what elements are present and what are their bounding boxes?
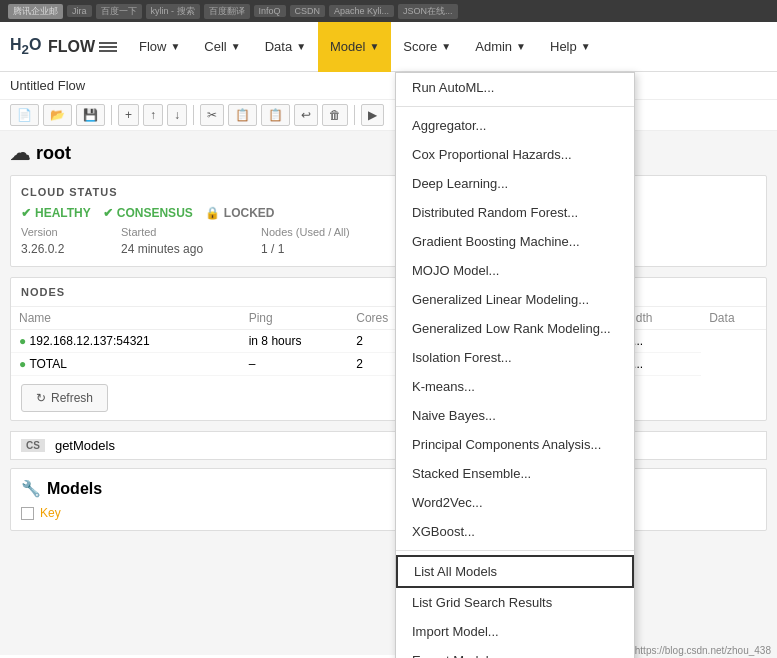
tab-csdn[interactable]: CSDN [290,5,326,17]
nodes-title: NODES [11,278,766,307]
dropdown-drf[interactable]: Distributed Random Forest... [396,198,634,227]
dropdown-kmeans[interactable]: K-means... [396,372,634,401]
dropdown-gbm[interactable]: Gradient Boosting Machine... [396,227,634,256]
toolbar-add-btn[interactable]: + [118,104,139,126]
cloud-status-section: CLOUD STATUS ✔ HEALTHY ✔ CONSENSUS 🔒 LOC… [10,175,767,267]
getmodels-row: CS getModels [10,431,767,460]
dropdown-aggregator[interactable]: Aggregator... [396,111,634,140]
dropdown-import-model[interactable]: Import Model... [396,617,634,646]
nav-score[interactable]: Score ▼ [391,22,463,72]
col-name: Name [11,307,241,330]
breadcrumb: Untitled Flow [0,72,777,100]
toolbar-delete-btn[interactable]: 🗑 [322,104,348,126]
lock-icon: 🔒 [205,206,220,220]
toolbar-save-btn[interactable]: 💾 [76,104,105,126]
nav-model[interactable]: Model ▼ [318,22,391,72]
toolbar-cut-btn[interactable]: ✂ [200,104,224,126]
toolbar-sep3 [354,105,355,125]
consensus-badge: ✔ CONSENSUS [103,206,193,220]
dropdown-glrm[interactable]: Generalized Low Rank Modeling... [396,314,634,343]
dropdown-list-grid[interactable]: List Grid Search Results [396,588,634,617]
nav-admin[interactable]: Admin ▼ [463,22,538,72]
nav-cell-caret: ▼ [231,41,241,52]
toolbar: 📄 📂 💾 + ↑ ↓ ✂ 📋 📋 ↩ 🗑 ▶ [0,100,777,131]
dropdown-deep-learning[interactable]: Deep Learning... [396,169,634,198]
nodes-table-header-row: Name Ping Cores Load ry Bandwidth Data [11,307,766,330]
toolbar-down-btn[interactable]: ↓ [167,104,187,126]
brand-logo: H2O FLOW [10,36,117,57]
col-data: Data [701,307,766,330]
models-icon: 🔧 [21,479,41,498]
nav-flow[interactable]: Flow ▼ [127,22,192,72]
toolbar-up-btn[interactable]: ↑ [143,104,163,126]
nav-flow-caret: ▼ [170,41,180,52]
tab-tencent[interactable]: 腾讯企业邮 [8,4,63,19]
toolbar-run-btn[interactable]: ▶ [361,104,384,126]
brand-lines-icon [99,42,117,52]
toolbar-new-btn[interactable]: 📄 [10,104,39,126]
dropdown-export-model[interactable]: Export Model... [396,646,634,658]
healthy-badge: ✔ HEALTHY [21,206,91,220]
dropdown-naive-bayes[interactable]: Naive Bayes... [396,401,634,430]
cloud-info-headers: Version Started Nodes (Used / All) [21,226,756,238]
status-bar: https://blog.csdn.net/zhou_438 [629,643,777,658]
dropdown-divider-2 [396,550,634,551]
app-container: H2O FLOW Flow ▼ Cell ▼ Data ▼ Model [0,22,777,658]
cloud-status-title: CLOUD STATUS [21,186,756,198]
models-section: 🔧 Models Key [10,468,767,531]
tab-json[interactable]: JSON在线... [398,4,458,19]
node1-name: ● 192.168.12.137:54321 [11,330,241,353]
model-dropdown: Run AutoML... Aggregator... Cox Proporti… [395,72,635,658]
nav-menu: Flow ▼ Cell ▼ Data ▼ Model ▼ Score ▼ Adm… [127,22,603,72]
col-ping: Ping [241,307,349,330]
tab-apache[interactable]: Apache Kyli... [329,5,394,17]
nodes-table: Name Ping Cores Load ry Bandwidth Data ●… [11,307,766,376]
dropdown-stacked-ensemble[interactable]: Stacked Ensemble... [396,459,634,488]
dropdown-list-all-models[interactable]: List All Models [396,555,634,588]
cloud-icon: ☁ [10,141,30,165]
nav-cell[interactable]: Cell ▼ [192,22,252,72]
refresh-button[interactable]: ↻ Refresh [21,384,108,412]
brand-h2o: H2O [10,36,41,57]
node1-ping: in 8 hours [241,330,349,353]
toolbar-sep2 [193,105,194,125]
key-checkbox[interactable] [21,507,34,520]
tab-infoq[interactable]: InfoQ [254,5,286,17]
tab-fanyi[interactable]: 百度翻译 [204,4,250,19]
dropdown-isolation-forest[interactable]: Isolation Forest... [396,343,634,372]
nav-admin-caret: ▼ [516,41,526,52]
models-header: 🔧 Models [21,479,756,498]
toolbar-paste-btn[interactable]: 📋 [261,104,290,126]
cs-label: CS [21,439,45,452]
dropdown-run-automl[interactable]: Run AutoML... [396,73,634,102]
toolbar-undo-btn[interactable]: ↩ [294,104,318,126]
tab-jira[interactable]: Jira [67,5,92,17]
total-ping: – [241,353,349,376]
tab-kylin[interactable]: kylin - 搜索 [146,4,200,19]
toolbar-open-btn[interactable]: 📂 [43,104,72,126]
key-row: Key [21,506,756,520]
node1-check-icon: ● [19,334,26,348]
total-check-icon: ● [19,357,26,371]
nav-model-caret: ▼ [369,41,379,52]
brand-flow: FLOW [43,38,95,56]
main-content: ☁ root CLOUD STATUS ✔ HEALTHY ✔ CONSENSU… [0,131,777,655]
dropdown-cox[interactable]: Cox Proportional Hazards... [396,140,634,169]
consensus-check-icon: ✔ [103,206,113,220]
dropdown-glm[interactable]: Generalized Linear Modeling... [396,285,634,314]
dropdown-pca[interactable]: Principal Components Analysis... [396,430,634,459]
dropdown-xgboost[interactable]: XGBoost... [396,517,634,546]
dropdown-mojo[interactable]: MOJO Model... [396,256,634,285]
nav-help[interactable]: Help ▼ [538,22,603,72]
root-node-header: ☁ root [10,141,767,165]
locked-badge: 🔒 LOCKED [205,206,275,220]
total-name: ● TOTAL [11,353,241,376]
dropdown-word2vec[interactable]: Word2Vec... [396,488,634,517]
navbar: H2O FLOW Flow ▼ Cell ▼ Data ▼ Model [0,22,777,72]
tab-baidu[interactable]: 百度一下 [96,4,142,19]
getmodels-text: getModels [55,438,115,453]
toolbar-copy-btn[interactable]: 📋 [228,104,257,126]
nodes-section: NODES Name Ping Cores Load ry Bandwidth … [10,277,767,421]
nav-data[interactable]: Data ▼ [253,22,318,72]
refresh-icon: ↻ [36,391,46,405]
